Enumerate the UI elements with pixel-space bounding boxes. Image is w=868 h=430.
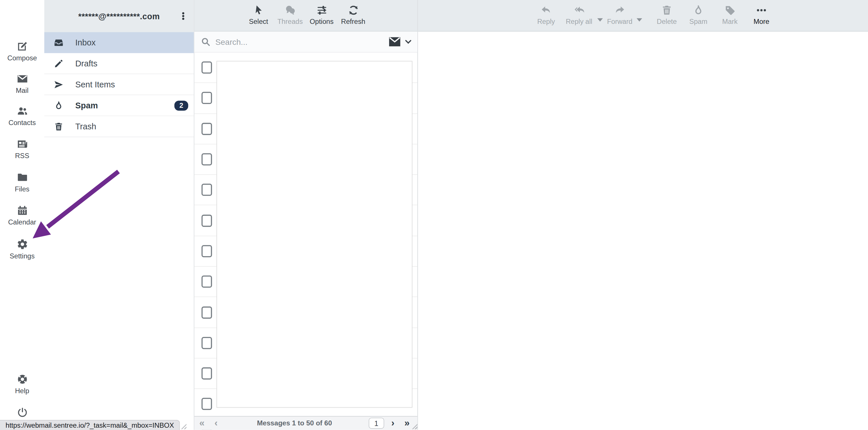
search-icon xyxy=(201,37,211,46)
threads-icon xyxy=(284,4,296,16)
next-page-button[interactable]: › xyxy=(386,417,400,429)
reply-all-button[interactable]: Reply all xyxy=(562,0,596,31)
message-checkbox[interactable] xyxy=(202,153,212,165)
message-checkbox[interactable] xyxy=(202,184,212,196)
folder-item-sent[interactable]: Sent Items xyxy=(44,74,194,95)
tag-icon xyxy=(724,4,736,16)
spam-button[interactable]: Spam xyxy=(682,0,714,31)
calendar-icon xyxy=(17,205,28,216)
folder-label: Spam xyxy=(75,101,98,110)
search-bar xyxy=(194,32,417,53)
sidebar-item-calendar[interactable]: Calendar xyxy=(0,205,44,226)
folder-item-inbox[interactable]: Inbox xyxy=(44,32,194,53)
search-scope-mail-icon[interactable] xyxy=(389,37,401,46)
pagination-bar: « ‹ Messages 1 to 50 of 60 › » xyxy=(194,416,417,430)
status-url-text: https://webmail.sentree.io/?_task=mail&_… xyxy=(5,422,174,429)
app-sidebar: Compose Mail Contacts RSS Files Calendar… xyxy=(0,0,44,430)
account-email: ******@**********.com xyxy=(44,11,194,21)
folder-item-drafts[interactable]: Drafts xyxy=(44,53,194,74)
sidebar-item-label: Compose xyxy=(7,54,37,62)
forward-dropdown-caret[interactable] xyxy=(636,0,643,31)
sidebar-item-rss[interactable]: RSS xyxy=(0,138,44,160)
refresh-icon xyxy=(347,4,359,16)
more-button[interactable]: More xyxy=(746,0,777,31)
sidebar-item-contacts[interactable]: Contacts xyxy=(0,105,44,127)
message-content-pane: Reply Reply all Forward Delete Spam xyxy=(418,0,868,430)
power-icon xyxy=(17,407,28,418)
message-checkbox[interactable] xyxy=(202,306,212,318)
mail-icon xyxy=(17,73,28,85)
sidebar-item-settings[interactable]: Settings xyxy=(0,238,44,260)
sidebar-item-mail[interactable]: Mail xyxy=(0,73,44,95)
sidebar-item-label: RSS xyxy=(15,152,29,160)
message-checkbox[interactable] xyxy=(202,92,212,104)
status-url-tooltip: https://webmail.sentree.io/?_task=mail&_… xyxy=(0,420,180,430)
first-page-button[interactable]: « xyxy=(194,417,210,429)
sidebar-item-compose[interactable]: Compose xyxy=(0,40,44,62)
delete-button[interactable]: Delete xyxy=(651,0,683,31)
webmail-app: Compose Mail Contacts RSS Files Calendar… xyxy=(0,0,868,430)
flame-icon xyxy=(54,100,64,110)
folder-item-trash[interactable]: Trash xyxy=(44,116,194,137)
compose-icon xyxy=(17,40,28,52)
threads-button[interactable]: Threads xyxy=(274,0,306,31)
folder-label: Sent Items xyxy=(75,79,115,89)
ellipsis-icon xyxy=(755,4,767,16)
page-number-input[interactable] xyxy=(369,418,384,429)
prev-page-button[interactable]: ‹ xyxy=(209,417,223,429)
message-list-pane: Select Threads Options Refresh « xyxy=(194,0,418,430)
pagination-status: Messages 1 to 50 of 60 xyxy=(223,419,366,427)
message-checkbox[interactable] xyxy=(202,337,212,349)
select-button[interactable]: Select xyxy=(243,0,274,31)
reply-button[interactable]: Reply xyxy=(530,0,562,31)
sidebar-item-label: Help xyxy=(15,387,29,395)
message-checkbox[interactable] xyxy=(202,367,212,379)
sidebar-item-label: Mail xyxy=(16,87,29,95)
reply-all-icon xyxy=(573,4,585,16)
sidebar-item-files[interactable]: Files xyxy=(0,172,44,193)
options-button[interactable]: Options xyxy=(306,0,337,31)
unread-count-badge: 2 xyxy=(174,100,188,110)
reply-all-dropdown-caret[interactable] xyxy=(596,0,604,31)
sidebar-item-label: Contacts xyxy=(9,119,36,127)
folder-icon xyxy=(17,172,28,183)
trash-icon xyxy=(54,121,64,131)
folder-pane: ******@**********.com Inbox Drafts Sent … xyxy=(44,0,194,430)
mark-button[interactable]: Mark xyxy=(714,0,746,31)
lifebuoy-icon xyxy=(17,373,28,385)
message-checkbox[interactable] xyxy=(202,214,212,227)
sidebar-item-help[interactable]: Help xyxy=(0,373,44,395)
message-checkbox[interactable] xyxy=(202,62,212,74)
dropdown-caret-icon xyxy=(637,19,642,22)
rss-icon xyxy=(17,138,28,150)
gear-icon xyxy=(17,238,28,250)
message-list-redacted-area xyxy=(217,61,412,408)
trash-icon xyxy=(661,4,673,16)
folder-label: Drafts xyxy=(75,59,97,68)
sidebar-item-label: Files xyxy=(15,186,30,193)
message-checkbox[interactable] xyxy=(202,398,212,410)
dropdown-caret-icon xyxy=(597,19,603,22)
refresh-button[interactable]: Refresh xyxy=(337,0,369,31)
sidebar-item-logout[interactable] xyxy=(0,407,44,418)
pencil-icon xyxy=(54,58,64,68)
sidebar-item-label: Settings xyxy=(10,252,35,260)
forward-button[interactable]: Forward xyxy=(604,0,636,31)
inbox-icon xyxy=(54,37,64,47)
list-toolbar: Select Threads Options Refresh xyxy=(194,0,417,32)
message-checkbox[interactable] xyxy=(202,276,212,288)
send-icon xyxy=(54,79,64,89)
search-input[interactable] xyxy=(214,37,389,47)
sidebar-item-label: Calendar xyxy=(8,219,36,226)
message-checkbox[interactable] xyxy=(202,123,212,135)
flame-icon xyxy=(692,4,704,16)
chevron-down-icon[interactable] xyxy=(404,38,412,46)
cursor-icon xyxy=(253,4,264,16)
sliders-icon xyxy=(316,4,327,16)
kebab-menu-icon[interactable] xyxy=(176,0,190,32)
contacts-icon xyxy=(17,105,28,117)
account-header: ******@**********.com xyxy=(44,0,194,32)
folder-item-spam[interactable]: Spam 2 xyxy=(44,95,194,116)
message-checkbox[interactable] xyxy=(202,245,212,257)
forward-icon xyxy=(614,4,625,16)
